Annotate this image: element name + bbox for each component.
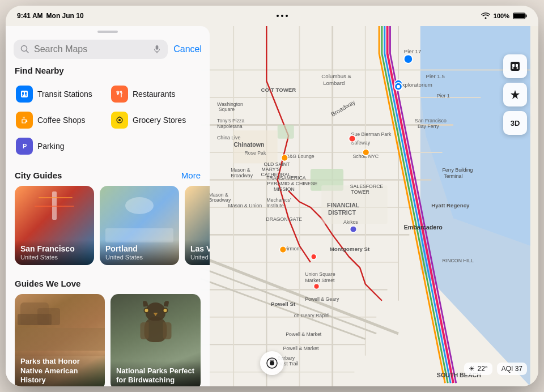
svg-text:Mason &: Mason & — [231, 167, 250, 173]
svg-text:Tony's Pizza: Tony's Pizza — [217, 118, 244, 123]
status-bar-right: 100% — [481, 12, 527, 20]
sf-card-name: San Francisco — [20, 244, 88, 254]
coffee-label: Coffee Shops — [37, 116, 86, 125]
svg-text:Washington: Washington — [217, 101, 243, 107]
svg-rect-114 — [22, 92, 24, 95]
nearby-grid: Transit Stations Restaurants — [6, 81, 210, 159]
svg-text:Pier 1: Pier 1 — [437, 93, 450, 99]
svg-text:China Live: China Live — [217, 135, 240, 140]
battery-percentage: 100% — [494, 12, 509, 19]
restaurants-icon — [111, 86, 128, 103]
svg-text:COIT TOWER: COIT TOWER — [261, 87, 296, 93]
svg-rect-115 — [25, 92, 27, 95]
search-bar[interactable] — [14, 40, 168, 59]
map-controls: 3D — [503, 54, 527, 135]
svg-text:Powell & Geary: Powell & Geary — [305, 296, 339, 302]
grocery-icon — [111, 112, 128, 129]
parks-card-info: Parks that Honor Native American History — [15, 351, 105, 386]
svg-text:Institute: Institute — [266, 203, 284, 208]
svg-point-94 — [280, 246, 287, 253]
lasvegas-card-info: Las V… United — [185, 240, 210, 265]
svg-point-116 — [22, 95, 23, 96]
svg-text:FINANCIAL: FINANCIAL — [327, 202, 360, 208]
svg-rect-100 — [511, 62, 520, 71]
svg-text:MISSION: MISSION — [274, 186, 295, 192]
svg-text:DRAGON GATE: DRAGON GATE — [266, 216, 302, 222]
transit-mode-button[interactable] — [503, 54, 527, 78]
portland-card-country: United States — [105, 254, 173, 261]
status-bar-left: 9:41 AM Mon Jun 10 — [17, 12, 84, 20]
parks-card-title: Parks that Honor Native American History — [20, 357, 99, 385]
svg-text:Hyatt Regency: Hyatt Regency — [431, 202, 470, 208]
sf-card-info: San Francisco United States — [15, 240, 94, 265]
svg-text:Bay Ferry: Bay Ferry — [418, 123, 439, 129]
search-input[interactable] — [34, 44, 148, 54]
svg-text:Ferry Building: Ferry Building — [443, 167, 473, 173]
city-card-lasvegas[interactable]: Las V… United — [185, 186, 210, 265]
city-guides-scroll[interactable]: San Francisco United States Portland Uni… — [6, 186, 210, 265]
city-guides-header: City Guides More — [6, 166, 210, 186]
lasvegas-card-country: United — [190, 254, 210, 261]
svg-rect-110 — [156, 45, 159, 50]
svg-text:Akikos: Akikos — [343, 219, 358, 225]
svg-line-109 — [27, 51, 29, 53]
svg-rect-2 — [513, 14, 525, 18]
nearby-item-coffee[interactable]: Coffee Shops — [12, 107, 108, 133]
svg-text:Pier 17: Pier 17 — [404, 48, 422, 54]
search-icon — [20, 45, 29, 54]
svg-point-123 — [118, 119, 121, 121]
restaurants-label: Restaurants — [133, 90, 175, 99]
camera-button[interactable] — [260, 351, 284, 375]
city-guides-more-link[interactable]: More — [181, 171, 201, 180]
nearby-item-transit[interactable]: Transit Stations — [12, 81, 108, 107]
svg-text:Powell & Market: Powell & Market — [286, 331, 322, 337]
parking-label: Parking — [37, 142, 64, 151]
parking-icon: P — [16, 138, 33, 155]
date: Mon Jun 10 — [46, 12, 84, 20]
nearby-item-parking[interactable]: P Parking — [12, 133, 108, 159]
svg-point-91 — [349, 135, 356, 142]
city-guides-title: City Guides — [15, 171, 62, 180]
sf-card-country: United States — [20, 254, 88, 261]
grocery-label: Grocery Stores — [133, 116, 186, 125]
city-card-sf[interactable]: San Francisco United States — [15, 186, 94, 265]
svg-text:TOWER: TOWER — [351, 189, 369, 195]
wifi-icon — [481, 12, 490, 20]
city-card-portland[interactable]: Portland United States — [100, 186, 179, 265]
svg-text:Chinatown: Chinatown — [233, 141, 264, 148]
svg-text:Mason & Union: Mason & Union — [228, 203, 262, 208]
location-button[interactable] — [503, 83, 527, 106]
svg-text:Sue Bierman Park: Sue Bierman Park — [351, 131, 392, 137]
svg-rect-102 — [516, 64, 518, 67]
svg-text:Pier 1.5: Pier 1.5 — [426, 73, 444, 79]
mic-icon[interactable] — [153, 45, 161, 53]
svg-point-95 — [350, 226, 357, 233]
guide-card-parks[interactable]: Parks that Honor Native American History — [15, 294, 105, 386]
svg-text:PYRAMID & CHINESE: PYRAMID & CHINESE — [267, 181, 317, 186]
lasvegas-card-name: Las V… — [190, 244, 210, 254]
3d-button[interactable]: 3D — [503, 111, 527, 135]
svg-text:RINCON HILL: RINCON HILL — [443, 258, 474, 263]
svg-rect-107 — [270, 360, 274, 361]
nearby-item-grocery[interactable]: Grocery Stores — [108, 107, 203, 133]
svg-text:P: P — [23, 143, 27, 150]
pull-handle[interactable] — [97, 31, 118, 33]
svg-point-106 — [270, 361, 274, 365]
svg-text:Market Street: Market Street — [305, 278, 335, 283]
svg-rect-113 — [21, 91, 28, 97]
svg-point-89 — [404, 54, 413, 63]
svg-text:Embarcadero: Embarcadero — [404, 224, 443, 231]
nearby-item-restaurants[interactable]: Restaurants — [108, 81, 203, 107]
map-bottom-right: ☀ 22° AQI 37 — [464, 363, 527, 375]
transit-label: Transit Stations — [37, 90, 92, 99]
cancel-button[interactable]: Cancel — [173, 44, 202, 54]
svg-text:Square: Square — [219, 106, 235, 112]
svg-point-93 — [281, 155, 288, 161]
3d-label: 3D — [511, 119, 520, 127]
transit-icon — [16, 86, 33, 103]
guide-card-birds[interactable]: National Parks Perfect for Birdwatching — [110, 294, 201, 386]
coffee-icon — [16, 112, 33, 129]
svg-text:Napoletana: Napoletana — [217, 123, 243, 129]
status-bar-center — [277, 15, 288, 17]
svg-text:Mechanics': Mechanics' — [266, 197, 291, 203]
